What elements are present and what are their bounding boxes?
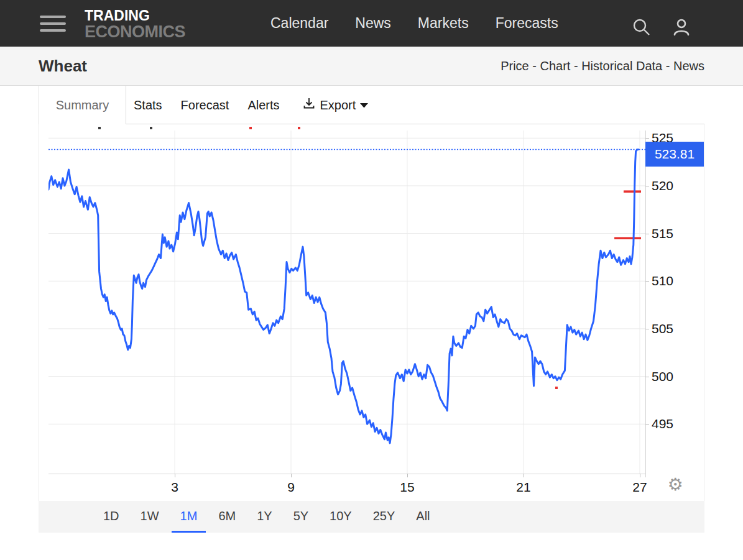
- current-price-badge: 523.81: [645, 142, 704, 167]
- panel-right-border: [704, 124, 704, 501]
- range-button-all[interactable]: All: [407, 501, 438, 533]
- x-axis-label: 15: [400, 479, 414, 495]
- export-label: Export: [320, 98, 356, 112]
- clipped-legend-fragment: [98, 127, 101, 129]
- range-button-1d[interactable]: 1D: [95, 501, 128, 533]
- clipped-legend-fragment: [298, 127, 300, 129]
- range-button-1w[interactable]: 1W: [132, 501, 168, 533]
- range-button-1y[interactable]: 1Y: [248, 501, 280, 533]
- nav-links: Calendar News Markets Forecasts: [270, 0, 558, 47]
- search-icon[interactable]: [632, 17, 652, 40]
- x-axis-tick: [291, 474, 292, 477]
- y-axis-label: 495: [652, 416, 689, 432]
- x-axis-label: 27: [632, 479, 647, 495]
- clipped-legend-fragment: [249, 127, 252, 129]
- y-axis-tick: [645, 377, 649, 377]
- y-axis-label: 500: [652, 369, 689, 385]
- y-axis-label: 510: [652, 273, 689, 289]
- x-axis-tick: [524, 474, 524, 477]
- logo-line-2: ECONOMICS: [85, 24, 185, 40]
- logo-line-1: TRADING: [85, 9, 185, 23]
- hamburger-bar: [40, 29, 66, 32]
- x-axis-tick: [175, 474, 175, 477]
- tab-bar: Summary Stats Forecast Alerts Export: [0, 86, 743, 124]
- range-button-10y[interactable]: 10Y: [321, 501, 361, 533]
- tab-bottom-border: [126, 124, 704, 124]
- page: TRADING ECONOMICS Calendar News Markets …: [0, 0, 743, 560]
- y-axis-tick: [645, 186, 649, 186]
- tab-forecast[interactable]: Forecast: [181, 98, 229, 112]
- x-axis-tick: [640, 474, 640, 477]
- panel-left-border: [39, 124, 39, 533]
- range-selector-strip: 1D 1W 1M 6M 1Y 5Y 10Y 25Y All: [39, 501, 704, 533]
- range-button-25y[interactable]: 25Y: [364, 501, 404, 533]
- y-axis-tick: [645, 329, 649, 329]
- y-axis-tick: [645, 281, 649, 282]
- nav-item-forecasts[interactable]: Forecasts: [496, 15, 558, 32]
- tab-group: Stats Forecast Alerts Export: [134, 86, 368, 124]
- download-icon: [302, 97, 316, 113]
- tab-summary[interactable]: Summary: [39, 86, 126, 124]
- gear-icon[interactable]: ⚙: [665, 475, 685, 495]
- nav-item-news[interactable]: News: [355, 15, 391, 32]
- page-header-band: Wheat Price - Chart - Historical Data - …: [0, 47, 743, 86]
- price-chart-plot-area[interactable]: [48, 131, 645, 474]
- y-axis-tick: [645, 138, 649, 139]
- tab-stats[interactable]: Stats: [134, 98, 162, 112]
- x-axis-label: 9: [287, 479, 295, 495]
- user-account-icon[interactable]: [671, 17, 691, 40]
- x-axis-line: [48, 474, 645, 474]
- page-title: Wheat: [39, 47, 87, 85]
- range-button-1m[interactable]: 1M: [172, 501, 206, 533]
- hamburger-bar: [40, 16, 66, 18]
- y-axis-label: 520: [652, 178, 689, 194]
- y-axis-tick: [645, 424, 649, 425]
- x-axis-label: 3: [171, 479, 178, 495]
- nav-item-markets[interactable]: Markets: [418, 15, 469, 32]
- y-axis-tick: [645, 234, 649, 234]
- clipped-legend-fragment: [150, 127, 152, 129]
- export-button[interactable]: Export: [302, 97, 369, 113]
- hamburger-bar: [40, 22, 66, 25]
- price-line-chart: [48, 131, 645, 474]
- tab-alerts[interactable]: Alerts: [247, 98, 279, 112]
- caret-down-icon: [360, 99, 368, 111]
- x-axis-tick: [407, 474, 408, 477]
- breadcrumb[interactable]: Price - Chart - Historical Data - News: [501, 47, 704, 85]
- range-button-6m[interactable]: 6M: [210, 501, 244, 533]
- hamburger-menu-icon[interactable]: [40, 16, 66, 32]
- y-axis-label: 515: [652, 226, 689, 242]
- top-navigation-bar: TRADING ECONOMICS Calendar News Markets …: [0, 0, 743, 47]
- x-axis-label: 21: [516, 479, 530, 495]
- y-axis-label: 505: [652, 321, 689, 337]
- nav-item-calendar[interactable]: Calendar: [270, 15, 328, 32]
- y-axis-line: [645, 131, 646, 477]
- range-button-5y[interactable]: 5Y: [285, 501, 317, 533]
- trading-economics-logo[interactable]: TRADING ECONOMICS: [85, 9, 185, 40]
